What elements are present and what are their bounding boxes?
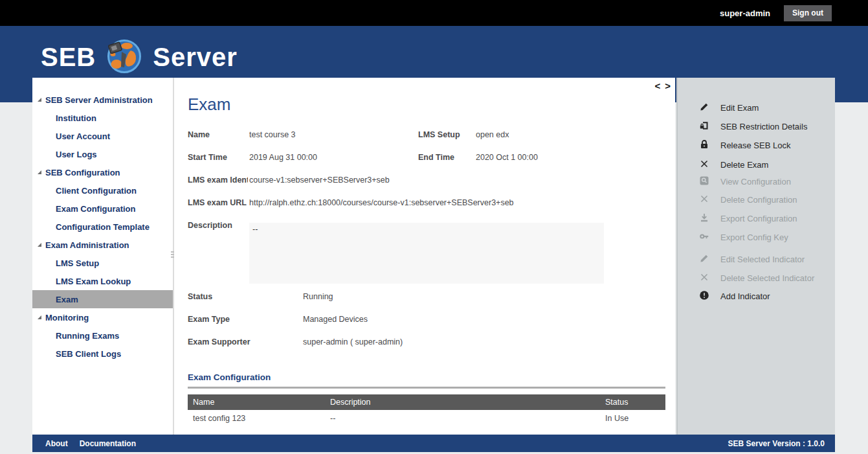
start-time-label: Start Time <box>188 153 227 162</box>
name-label: Name <box>188 130 210 139</box>
x-icon <box>699 194 709 206</box>
column-header-name: Name <box>193 394 214 410</box>
logo-text-seb: SEB <box>41 44 96 70</box>
sidebar-item-exam-administration[interactable]: Exam Administration <box>32 236 173 254</box>
tree-expand-icon[interactable] <box>38 98 41 102</box>
about-link[interactable]: About <box>45 439 68 448</box>
tree-expand-icon[interactable] <box>38 315 41 319</box>
pencil-icon <box>699 102 709 114</box>
delete-configuration-action: Delete Configuration <box>678 190 835 209</box>
edit-selected-indicator-action: Edit Selected Indicator <box>678 250 835 268</box>
status-label: Status <box>188 292 212 301</box>
exclamation-circle-icon <box>699 290 709 302</box>
sidebar-item-configuration-template[interactable]: Configuration Template <box>32 218 173 236</box>
footer-bar: About Documentation SEB Server Version :… <box>32 435 835 452</box>
navigation-sidebar: SEB Server Administration Institution Us… <box>32 78 173 435</box>
add-indicator-action[interactable]: Add Indicator <box>678 287 835 305</box>
magnifier-icon <box>699 176 709 188</box>
delete-selected-indicator-action: Delete Selected Indicator <box>678 269 835 287</box>
globe-projector-icon <box>106 38 142 76</box>
status-value: Running <box>303 292 333 301</box>
description-label: Description <box>188 221 232 230</box>
page-forward-icon[interactable]: > <box>665 81 671 91</box>
end-time-value: 2020 Oct 1 00:00 <box>476 153 538 162</box>
version-text: SEB Server Version : 1.0.0 <box>728 439 825 448</box>
config-status-cell: In Use <box>605 410 629 427</box>
column-header-status: Status <box>605 394 628 410</box>
sidebar-item-lms-exam-lookup[interactable]: LMS Exam Lookup <box>32 272 173 290</box>
lms-exam-identifier-label: LMS exam Identifier <box>188 176 248 185</box>
exam-type-value: Managed Devices <box>303 315 368 324</box>
exam-type-label: Exam Type <box>188 315 230 324</box>
sidebar-item-client-configuration[interactable]: Client Configuration <box>32 181 173 199</box>
lms-exam-identifier-value: course-v1:sebserver+SEBServer3+seb <box>249 176 390 185</box>
lms-exam-url-label: LMS exam URL <box>188 198 248 207</box>
exam-supporter-label: Exam Supporter <box>188 337 250 346</box>
start-time-value: 2019 Aug 31 00:00 <box>249 153 317 162</box>
x-icon <box>699 159 709 171</box>
config-name-cell: test config 123 <box>193 410 245 427</box>
pencil-icon <box>699 253 709 266</box>
sidebar-item-user-account[interactable]: User Account <box>32 127 173 145</box>
lms-setup-value: open edx <box>476 130 509 139</box>
sidebar-item-exam[interactable]: Exam <box>32 290 173 308</box>
end-time-label: End Time <box>418 153 454 162</box>
export-config-key-action: Export Config Key <box>678 228 835 246</box>
sidebar-item-institution[interactable]: Institution <box>32 109 173 127</box>
page-back-icon[interactable]: < <box>654 81 660 91</box>
exam-supporter-value: super-admin ( super-admin) <box>303 337 403 346</box>
delete-exam-action[interactable]: Delete Exam <box>678 155 835 174</box>
logged-in-username: super-admin <box>720 8 770 18</box>
sign-out-button[interactable]: Sign out <box>784 5 832 21</box>
top-bar: super-admin Sign out <box>0 0 868 26</box>
tree-expand-icon[interactable] <box>38 243 41 247</box>
seb-restriction-details-action[interactable]: SEB Restriction Details <box>678 117 835 135</box>
tree-expand-icon[interactable] <box>38 170 41 174</box>
sidebar-item-lms-setup[interactable]: LMS Setup <box>32 254 173 272</box>
sidebar-item-seb-server-administration[interactable]: SEB Server Administration <box>32 91 173 109</box>
view-configuration-action: View Configuration <box>678 172 835 190</box>
edit-exam-action[interactable]: Edit Exam <box>678 98 835 117</box>
description-field: -- <box>249 223 604 284</box>
sidebar-item-user-logs[interactable]: User Logs <box>32 145 173 163</box>
exam-configuration-heading: Exam Configuration <box>188 372 271 382</box>
logo-text-server: Server <box>153 44 238 70</box>
lock-icon <box>699 139 709 152</box>
action-panel: Edit Exam SEB Restriction Details Releas… <box>676 78 835 435</box>
config-table-row[interactable]: test config 123 -- In Use <box>188 410 665 427</box>
sidebar-item-running-exams[interactable]: Running Exams <box>32 326 173 345</box>
name-value: test course 3 <box>249 130 296 139</box>
download-icon <box>699 212 709 225</box>
sidebar-item-seb-client-logs[interactable]: SEB Client Logs <box>32 345 173 363</box>
documentation-link[interactable]: Documentation <box>80 439 136 448</box>
key-icon <box>699 231 709 244</box>
lms-setup-label: LMS Setup <box>418 130 460 139</box>
x-icon <box>699 272 709 284</box>
sidebar-item-exam-configuration[interactable]: Exam Configuration <box>32 199 173 218</box>
sidebar-item-seb-configuration[interactable]: SEB Configuration <box>32 163 173 181</box>
section-divider <box>188 387 665 389</box>
sidebar-item-monitoring[interactable]: Monitoring <box>32 308 173 326</box>
exam-detail-panel: < > Exam Name test course 3 LMS Setup op… <box>174 78 675 435</box>
export-configuration-action: Export Configuration <box>678 209 835 227</box>
config-table-header: Name Description Status <box>188 394 665 410</box>
restriction-lock-icon <box>699 120 709 133</box>
column-header-description: Description <box>330 394 371 410</box>
app-logo: SEB Server <box>41 36 238 78</box>
page-navigation: < > <box>654 81 671 91</box>
lms-exam-url-value: http://ralph.ethz.ch:18000/courses/cours… <box>249 198 514 207</box>
config-description-cell: -- <box>330 410 335 427</box>
release-seb-lock-action[interactable]: Release SEB Lock <box>678 136 835 154</box>
page-title: Exam <box>188 95 230 115</box>
